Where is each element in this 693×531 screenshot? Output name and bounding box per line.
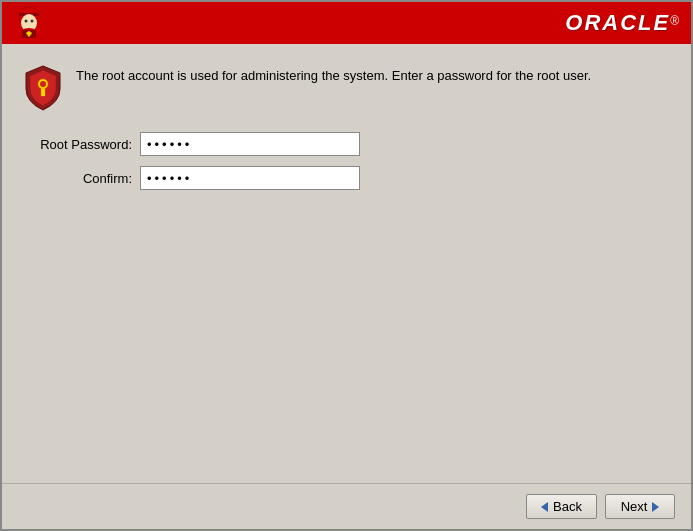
- info-description: The root account is used for administeri…: [76, 64, 591, 86]
- header-bar: ORACLE®: [2, 2, 691, 44]
- svg-point-9: [40, 81, 46, 87]
- back-arrow-icon: [541, 502, 548, 512]
- next-button-label: Next: [621, 499, 648, 514]
- content-area: The root account is used for administeri…: [2, 44, 691, 483]
- confirm-password-input[interactable]: [140, 166, 360, 190]
- oracle-hat-logo: [14, 5, 44, 41]
- shield-icon: [22, 64, 64, 112]
- info-section: The root account is used for administeri…: [22, 64, 671, 112]
- oracle-brand: ORACLE®: [565, 10, 679, 36]
- svg-point-4: [31, 20, 34, 23]
- svg-rect-11: [42, 92, 45, 94]
- next-button[interactable]: Next: [605, 494, 675, 519]
- root-password-label: Root Password:: [32, 137, 132, 152]
- root-password-input[interactable]: [140, 132, 360, 156]
- next-arrow-icon: [652, 502, 659, 512]
- oracle-reg-symbol: ®: [670, 14, 679, 28]
- oracle-hat-icon: [14, 5, 44, 41]
- back-button-label: Back: [553, 499, 582, 514]
- form-section: Root Password: Confirm:: [32, 132, 671, 190]
- back-button[interactable]: Back: [526, 494, 597, 519]
- svg-rect-12: [42, 94, 45, 96]
- root-password-row: Root Password:: [32, 132, 671, 156]
- confirm-password-row: Confirm:: [32, 166, 671, 190]
- confirm-label: Confirm:: [32, 171, 132, 186]
- main-window: ORACLE® The root accou: [0, 0, 693, 531]
- empty-area: [22, 190, 671, 463]
- svg-point-3: [25, 20, 28, 23]
- button-bar: Back Next: [2, 483, 691, 529]
- oracle-title-text: ORACLE: [565, 10, 670, 35]
